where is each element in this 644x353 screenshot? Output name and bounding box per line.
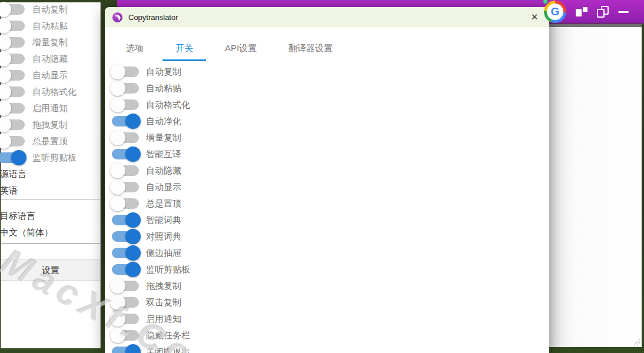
toggle-knob [11, 150, 26, 165]
toggle-switch[interactable] [112, 66, 139, 77]
toggle-row: 自动格式化 [112, 96, 549, 113]
taskbar-icons: G [544, 0, 629, 24]
toggle-row: 自动显示 [1, 67, 100, 84]
toggle-label: 启用通知 [146, 314, 181, 325]
tab-options[interactable]: 选项 [113, 39, 157, 61]
toggle-label: 监听剪贴板 [32, 152, 77, 164]
tab-api-settings[interactable]: API设置 [212, 39, 270, 61]
copy-icon[interactable] [597, 6, 609, 18]
toggle-switch[interactable] [112, 116, 139, 126]
toggle-switch[interactable] [112, 99, 139, 110]
toggle-row: 自动隐藏 [1, 51, 100, 67]
toggle-row: 拖拽复制 [1, 116, 100, 133]
toggle-knob [125, 344, 141, 353]
toggle-label: 拖拽复制 [32, 119, 68, 131]
toggle-row: 自动粘贴 [1, 18, 100, 34]
tab-translator-settings[interactable]: 翻译器设置 [275, 39, 346, 61]
toggle-switch[interactable] [112, 215, 139, 225]
copytranslator-app-icon [112, 12, 123, 23]
resize-grip-icon[interactable] [632, 338, 640, 346]
chrome-profile-icon[interactable]: G [544, 1, 566, 23]
toggle-switch[interactable] [0, 86, 25, 97]
layout-icon[interactable] [576, 7, 587, 16]
toggle-label: 增量复制 [146, 132, 181, 144]
toggle-switch[interactable] [112, 297, 139, 308]
close-icon[interactable]: ✕ [527, 9, 542, 25]
toggle-label: 侧边抽屉 [146, 248, 181, 259]
toggle-switch[interactable] [0, 136, 25, 146]
source-language-label: 源语言 [0, 166, 100, 182]
toggle-row: 对照词典 [112, 228, 549, 245]
toggle-row: 总是置顶 [112, 195, 549, 212]
dialog-titlebar: Copytranslator ✕ [105, 7, 549, 27]
toggle-label: 拖拽复制 [146, 281, 181, 292]
toggle-switch[interactable] [112, 330, 139, 341]
toggle-switch[interactable] [0, 152, 25, 163]
toggle-knob [110, 278, 125, 294]
dialog-title: Copytranslator [128, 13, 178, 22]
toggle-knob [125, 146, 141, 162]
target-language-select[interactable]: 中文（简体） [0, 224, 100, 241]
toggle-label: 启用通知 [32, 103, 68, 114]
toggle-switch[interactable] [0, 4, 25, 15]
tab-bar: 选项 开关 API设置 翻译器设置 [105, 27, 549, 61]
toggle-switch[interactable] [0, 70, 25, 81]
toggle-row: 监听剪贴板 [1, 149, 100, 166]
toggle-row: 自动复制 [1, 1, 100, 18]
toggle-switch[interactable] [112, 281, 139, 291]
toggle-label: 总是置顶 [32, 136, 68, 147]
toggle-row: 增量复制 [112, 129, 549, 146]
toggle-knob [110, 163, 125, 178]
toggle-switch[interactable] [0, 103, 25, 114]
toggle-row: 监听剪贴板 [112, 261, 549, 278]
toggle-row: 智能词典 [112, 212, 549, 228]
toggle-switch[interactable] [112, 231, 139, 242]
online-status-dot [542, 0, 549, 5]
toggle-switch[interactable] [112, 264, 139, 275]
toggle-label: 自动显示 [146, 182, 181, 193]
background-window [549, 24, 642, 347]
toggle-switch[interactable] [112, 198, 139, 209]
toggle-knob [125, 212, 141, 228]
toggle-switch[interactable] [112, 149, 139, 159]
toggle-row: 总是置顶 [1, 133, 100, 149]
toggle-label: 双击复制 [146, 297, 181, 308]
toggle-switch[interactable] [112, 248, 139, 258]
source-language-select[interactable]: 英语 [0, 182, 100, 199]
toggle-label: 对照词典 [146, 231, 181, 242]
toggle-label: 智能互译 [146, 149, 181, 160]
toggle-knob [110, 311, 125, 327]
toggle-switch[interactable] [0, 21, 25, 31]
toggle-switch[interactable] [112, 182, 139, 192]
tab-switches[interactable]: 开关 [162, 39, 206, 61]
toggle-knob [0, 117, 11, 132]
target-language-label: 目标语言 [0, 208, 100, 224]
toggle-switch[interactable] [112, 314, 139, 324]
toggle-label: 总是置顶 [146, 198, 181, 209]
toggle-switch[interactable] [112, 165, 139, 176]
minimize-icon[interactable] [618, 11, 629, 13]
toggle-label: 智能词典 [146, 215, 181, 226]
toggle-row: 启用通知 [1, 100, 100, 116]
toggle-label: 自动粘贴 [146, 83, 181, 94]
copy-icon-front [597, 9, 605, 18]
toggle-label: 关闭即退出 [146, 347, 190, 353]
toggle-switch[interactable] [0, 119, 25, 130]
copytranslator-settings-dialog: Copytranslator ✕ 选项 开关 API设置 翻译器设置 自动复制 … [105, 7, 549, 353]
settings-button[interactable]: 设置 [1, 259, 100, 281]
toggle-switch[interactable] [0, 54, 25, 64]
toggle-row: 双击复制 [112, 294, 549, 311]
toggle-switch[interactable] [112, 347, 139, 353]
toggle-row: 隐藏任务栏 [112, 327, 549, 344]
toggle-row: 侧边抽屉 [112, 245, 549, 261]
toggle-knob [125, 262, 141, 277]
divider [1, 199, 100, 199]
toggle-knob [0, 18, 11, 34]
toggle-switch[interactable] [112, 132, 139, 143]
toggle-switch[interactable] [112, 83, 139, 94]
toggle-knob [125, 114, 141, 129]
toggle-knob [110, 97, 125, 112]
toggle-label: 自动净化 [146, 116, 181, 127]
toggle-label: 监听剪贴板 [146, 264, 190, 275]
toggle-switch[interactable] [0, 37, 25, 48]
